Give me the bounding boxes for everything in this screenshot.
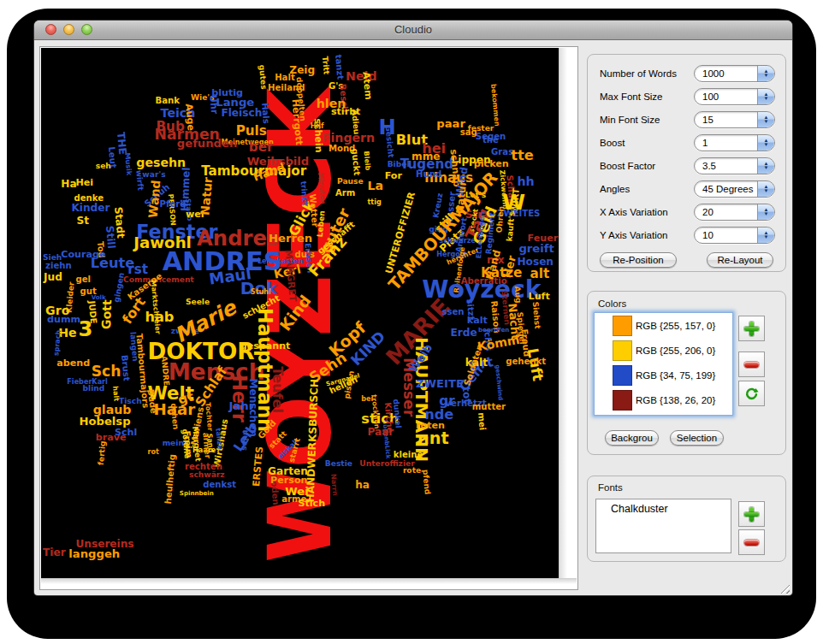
cloud-word: hh — [517, 174, 534, 188]
cloud-word: Tier — [43, 547, 66, 558]
cloud-word: For — [385, 170, 403, 181]
cloud-word: Bibel — [388, 160, 410, 168]
cloud-word: greift — [518, 242, 554, 255]
cloud-word: denkst — [203, 480, 236, 489]
screenshot-root: { "window": { "title": "Cloudio" }, "ico… — [0, 0, 823, 644]
max-font-size-stepper[interactable]: 100 ▲▼ — [694, 88, 775, 105]
stepper-down-icon[interactable]: ▼ — [764, 143, 769, 147]
min-font-size-stepper[interactable]: 15 ▲▼ — [694, 111, 775, 128]
setting-row-angles: Angles 45 Degrees ▲▼ — [600, 177, 775, 200]
cloud-word: abend — [56, 357, 90, 369]
horizontal-scrollbar[interactable] — [41, 578, 577, 588]
color-row[interactable]: RGB {34, 75, 199} — [595, 363, 732, 387]
x-axis-variation-stepper[interactable]: 20 ▲▼ — [694, 204, 775, 221]
cloud-word: kleine — [394, 450, 423, 459]
boost-value: 1 — [695, 135, 757, 151]
color-row[interactable]: RGB {138, 26, 20} — [595, 387, 732, 412]
stepper-arrows[interactable]: ▲▼ — [757, 204, 774, 220]
angles-value: 45 Degrees — [695, 181, 757, 197]
color-row[interactable]: RGB {255, 206, 0} — [595, 338, 732, 363]
boost-factor-stepper[interactable]: 3.5 ▲▼ — [694, 157, 775, 174]
stepper-arrows[interactable]: ▲▼ — [757, 181, 774, 197]
stepper-arrows[interactable]: ▲▼ — [757, 66, 774, 81]
cloud-word: Hei — [75, 177, 93, 188]
cloud-word: Bestie — [325, 459, 352, 468]
remove-font-button[interactable] — [738, 529, 765, 555]
stepper-arrows[interactable]: ▲▼ — [757, 227, 774, 243]
stepper-down-icon[interactable]: ▼ — [764, 74, 769, 78]
setting-row-y-axis-variation: Y Axis Variation 10 ▲▼ — [600, 223, 775, 246]
cloud-word: hlen — [317, 97, 346, 110]
cloud-word: rechten — [185, 462, 222, 471]
number-of-words-value: 1000 — [695, 66, 757, 81]
stepper-down-icon[interactable]: ▼ — [764, 120, 769, 124]
number-of-words-stepper[interactable]: 1000 ▲▼ — [694, 65, 775, 82]
stepper-down-icon[interactable]: ▼ — [764, 212, 769, 216]
cloud-word: Uhr — [207, 94, 220, 115]
color-row[interactable]: RGB {255, 157, 0} — [595, 313, 732, 338]
plus-icon — [744, 507, 759, 522]
stepper-down-icon[interactable]: ▼ — [764, 166, 769, 170]
word-cloud-canvas[interactable]: WOYZECKTrittgutesZeigtanztNeidG'sAtemBes… — [41, 48, 559, 578]
cloud-word: Hobelsp — [80, 415, 131, 428]
reposition-button[interactable]: Re-Position — [600, 252, 677, 268]
cloud-word: roten — [416, 420, 445, 431]
cloud-word: Fleisch — [221, 107, 262, 119]
color-label: RGB {138, 26, 20} — [636, 395, 715, 405]
cloud-word: langgeh — [68, 547, 120, 560]
cloud-word: gefunden — [177, 137, 237, 150]
refresh-icon — [744, 385, 759, 402]
font-list[interactable]: Chalkduster — [595, 499, 731, 553]
cloud-word: rote — [403, 466, 421, 475]
color-label: RGB {34, 75, 199} — [636, 370, 715, 381]
stepper-arrows[interactable]: ▲▼ — [757, 89, 774, 104]
font-item[interactable]: Chalkduster — [596, 499, 731, 515]
cloud-word: blind — [83, 384, 105, 393]
cloud-word: gehenkt — [506, 357, 546, 366]
angles-stepper[interactable]: 45 Degrees ▲▼ — [694, 180, 775, 198]
relayout-button[interactable]: Re-Layout — [707, 252, 773, 268]
stepper-arrows[interactable]: ▲▼ — [757, 112, 774, 127]
cloud-word: begriffen — [478, 326, 509, 334]
cloud-word: mei — [477, 412, 488, 431]
add-color-button[interactable] — [738, 316, 765, 341]
stepper-down-icon[interactable]: ▼ — [764, 189, 769, 193]
angles-label: Angles — [600, 184, 694, 194]
x-axis-variation-value: 20 — [695, 204, 757, 220]
cloud-word: Gott — [99, 299, 114, 329]
cloud-word: kalt — [467, 315, 488, 326]
stepper-arrows[interactable]: ▲▼ — [757, 135, 774, 151]
color-swatch — [613, 316, 632, 336]
background-color-button[interactable]: Backgrou — [605, 430, 659, 446]
stepper-down-icon[interactable]: ▼ — [764, 235, 769, 239]
color-swatch — [613, 340, 632, 361]
cloud-word: Tisch — [119, 397, 142, 405]
cloud-word: the — [483, 135, 499, 145]
cloud-word: ssen — [441, 307, 464, 316]
color-label: RGB {255, 157, 0} — [636, 321, 715, 331]
cloud-word: bei — [361, 395, 373, 403]
color-list[interactable]: RGB {255, 157, 0} RGB {255, 206, 0} RGB … — [594, 312, 733, 416]
y-axis-variation-stepper[interactable]: 10 ▲▼ — [694, 227, 775, 244]
cloud-word: gesehn — [136, 156, 186, 169]
cloud-word: St — [76, 215, 89, 227]
cloud-word: Volk — [92, 293, 106, 301]
refresh-colors-button[interactable] — [738, 381, 765, 406]
setting-row-boost-factor: Boost Factor 3.5 ▲▼ — [600, 154, 775, 177]
cloud-word: Aug — [512, 286, 523, 304]
max-font-size-value: 100 — [695, 89, 757, 104]
stepper-down-icon[interactable]: ▼ — [764, 97, 769, 101]
selection-color-button[interactable]: Selection — [670, 430, 724, 446]
titlebar[interactable]: Cloudio — [34, 21, 792, 40]
settings-panel: Number of Words 1000 ▲▼ Max Font Size 10… — [587, 54, 786, 272]
add-font-button[interactable] — [738, 501, 765, 527]
cloud-word: fester — [468, 124, 494, 133]
boost-stepper[interactable]: 1 ▲▼ — [694, 134, 775, 151]
y-axis-variation-label: Y Axis Variation — [600, 230, 694, 240]
remove-color-button[interactable] — [738, 352, 765, 377]
vertical-scrollbar[interactable] — [559, 48, 577, 578]
boost-factor-label: Boost Factor — [600, 161, 694, 171]
cloud-word: Leut — [107, 146, 118, 168]
resize-grip[interactable] — [779, 582, 790, 594]
stepper-arrows[interactable]: ▲▼ — [757, 158, 774, 174]
